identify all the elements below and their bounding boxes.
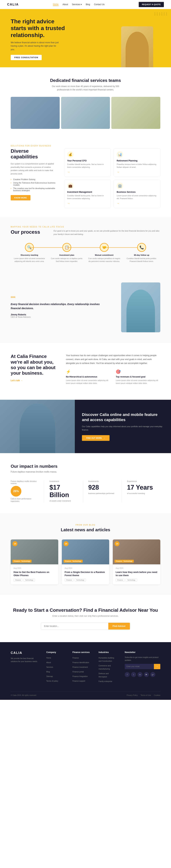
capabilities-title: Diverse capabilities [11,148,57,160]
process-step-desc: Cum sociis natoque penatibus et magnis d… [85,257,123,263]
terms-link[interactable]: Terms of Use [141,694,151,696]
footer-link[interactable]: Defence and Aerospace [98,673,109,678]
process-step-title: 60-day follow up [123,254,160,256]
capabilities-cards: 💰 Your Personal CFO Curabitur blandit la… [64,148,160,208]
footer-link[interactable]: Finance support [73,680,85,682]
about-description: Your business has its own unique challen… [66,354,160,365]
footer-bottom-links: Privacy Policy Terms of Use Cookies [126,694,160,696]
news-tag-finance[interactable]: Finance [116,579,124,582]
about-right: Your business has its own unique challen… [66,354,160,389]
nav-services[interactable]: Services ▾ [72,3,82,6]
capabilities-left: Diverse capabilities Our system is a com… [11,148,57,200]
footer-link[interactable]: Finance Integration [73,675,88,677]
footer-link[interactable]: Finance identification [73,661,89,663]
footer-link[interactable]: Sitemap [46,675,53,677]
nav-home[interactable]: Home [53,3,59,6]
dot [159,13,160,13]
capabilities-list: Creative Problem Solving Using the Toler… [11,178,57,191]
news-title: Latest news and articles [11,527,160,532]
news-article-title[interactable]: From a Single Decision to a Random Fores… [65,570,107,577]
news-article-title[interactable]: How to Get the Best Features on Older Ph… [13,570,55,577]
financial-title: Dedicated financial services teams [11,78,160,83]
nav-contact[interactable]: Contact Us [94,3,104,6]
footer-link[interactable]: Services [46,666,53,668]
news-tag-finance[interactable]: Finance [65,579,74,582]
about-link[interactable]: Let's talk → [11,379,23,382]
footer-link[interactable]: Family enterprise [98,680,112,682]
youtube-icon[interactable]: ▶ [144,672,149,677]
news-tag-finance[interactable]: Finance [13,579,23,582]
followup-icon: 📞 [137,243,146,252]
cap-card-desc: Curabitur blandit lacinia porta. Sed ac … [67,194,108,200]
impact-stat-1: Future dapibus mollis tincidun massa. 26… [11,480,44,503]
cap-card-arrow[interactable]: → [117,170,119,174]
header-cta-button[interactable]: REQUEST A QUOTE [139,2,164,7]
cap-card-arrow[interactable]: → [117,202,119,205]
footer-industries-col: Industries Humanities building and Const… [98,651,118,684]
facebook-icon[interactable]: f [125,672,130,677]
news-tag-tech[interactable]: Technology [24,579,35,582]
news-label: FROM OUR BLOG [11,524,160,526]
news-category: Finance · Technology [115,560,134,563]
stat-main-label: Future dapibus mollis tincidun massa. [11,480,39,485]
footer-link[interactable]: Terms of policy [46,680,58,682]
footer-col-title: Finance services [73,651,91,654]
footer-link[interactable]: Finance portal [73,671,84,673]
stat-label: of assets under investment [50,500,78,502]
hero-cta-button[interactable]: FREE CONSULTATION [11,55,42,60]
news-category: Finance · Technology [64,560,83,563]
newsletter-email-input[interactable] [125,664,154,669]
process-step-desc: Lorem ipsum dolor sit amet consectetur a… [11,257,48,263]
news-article-tags: Finance Technology [116,579,158,582]
stat-main-label: Experience [127,480,155,482]
about-left: At Calia Finance we're all about you, so… [11,354,57,382]
cap-card-arrow[interactable]: → [67,202,70,205]
news-tag-tech[interactable]: Technology [75,579,86,582]
capabilities-cta-button[interactable]: KNOW MORE [11,195,30,200]
find-advisor-button[interactable]: Find Advisor [108,623,130,629]
header: CALIA Home About Services ▾ Blog Contact… [0,0,171,9]
hero-content: The right advice starts with a trusted r… [11,18,114,67]
process-step-4: 📞 60-day follow up Curabitur blandit lac… [123,243,160,263]
google-plus-icon[interactable]: g+ [150,672,155,677]
news-tag-num: 14 [64,541,68,546]
nav-blog[interactable]: Blog [86,3,90,6]
dot [164,13,165,13]
discover-cta-button[interactable]: FIND OUT MORE → [82,435,110,441]
footer-link[interactable]: Finance [73,657,79,659]
arrow-right-icon: → [103,437,105,439]
footer-link[interactable]: Home [46,657,51,659]
cap-card-arrow[interactable]: → [67,170,70,174]
process-step-desc: Cum sociis natoque ac ut dapibus porta. … [48,257,85,263]
author-title: CEO at Texas Advisors [11,316,31,318]
nav-about[interactable]: About [62,3,68,6]
footer-link[interactable]: Finance investment [73,666,88,668]
cookies-link[interactable]: Cookies [154,694,160,696]
footer-link[interactable]: About [46,661,51,663]
news-tag-tech[interactable]: Technology [125,579,137,582]
about-features: ⚡ No-Hierarchical & autonomous Lorem ips… [66,370,160,389]
cta-section: Ready to Start a Conversation? Find a Fi… [0,595,171,642]
location-input[interactable] [41,623,108,629]
discover-content: Discover Calia online and mobile feature… [75,400,171,453]
privacy-policy-link[interactable]: Privacy Policy [126,694,138,696]
process-step-title: Mutual commitment [85,254,123,256]
footer-link[interactable]: Humanities building and Construction [98,657,114,662]
dot [157,14,158,15]
process-step-title: Investment plan [48,254,85,256]
advisor-search: Find Advisor [41,623,130,630]
feature-desc: Lorem ipsum dolor sit amet consectetur a… [116,379,160,385]
newsletter-submit-button[interactable]: → [154,664,160,669]
news-card-2: 14 Finance · Technology Aug 2024 From a … [62,539,109,584]
footer-col-title: Industries [98,651,118,654]
dot [164,14,165,15]
hero-person-figure [125,32,149,67]
footer-link[interactable]: Blog [46,671,50,673]
linkedin-icon[interactable]: in [138,672,142,677]
about-section: At Calia Finance we're all about you, so… [0,343,171,400]
cap-card-title: Investment Management [67,191,108,193]
news-article-title[interactable]: Learn how they work before you need to u… [116,570,158,577]
twitter-icon[interactable]: t [131,672,136,677]
footer-link[interactable]: Commerce and manufacturing [98,665,111,670]
personal-cfo-icon: 💰 [67,151,74,158]
